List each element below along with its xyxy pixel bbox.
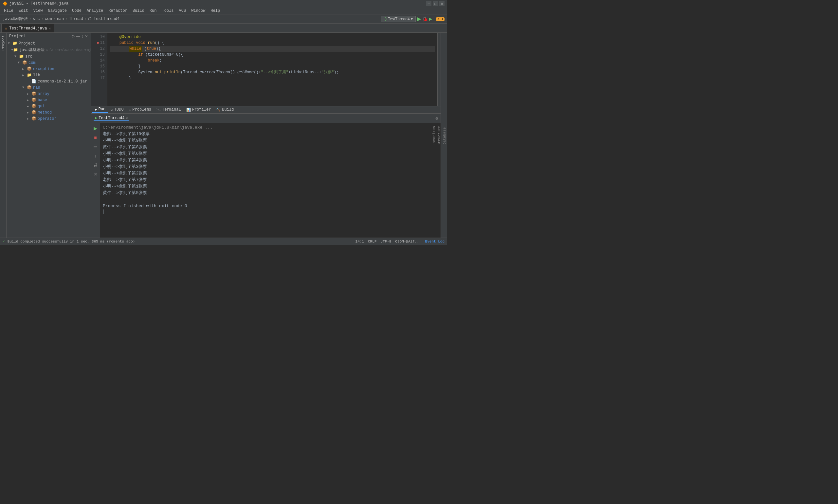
tab-todo[interactable]: ☑ TODO [108,107,126,112]
tab-problems[interactable]: ⚠ Problems [126,107,154,112]
menu-bar: FileEditViewNavigateCodeAnalyzeRefactorB… [0,7,447,14]
menu-item-edit[interactable]: Edit [16,8,31,14]
run-stop-btn[interactable]: ■ [93,133,98,141]
run-filter-btn[interactable]: ☰ [92,143,99,150]
code-text-area[interactable]: @Override public void run () { [107,33,437,106]
run-panel-tab-close[interactable]: ✕ [126,116,128,120]
project-icon[interactable]: Project [1,34,6,52]
tree-label-src: src [25,54,32,59]
tab-profiler[interactable]: 📊 Profiler [184,107,214,112]
breadcrumb-file[interactable]: ⬡ TestThread4 [88,16,120,21]
menu-item-view[interactable]: View [31,8,46,14]
tree-item-com[interactable]: ▼ 📦 com [6,59,91,66]
run-output-line-4: 小明-->拿到了第6张票 [103,150,438,157]
terminal-tab-icon: >_ [157,108,161,112]
breadcrumb-java[interactable]: java基础语法 [3,16,28,22]
run-output-line-10: 黄牛-->拿到了第5张票 [103,190,438,196]
close-button[interactable]: ✕ [439,1,445,6]
tab-terminal[interactable]: >_ Terminal [154,107,184,112]
line-num-14: 14 [91,58,105,64]
run-panel-settings-icon[interactable]: ⚙ [435,116,438,121]
run-panel: ▶ TestThread4 ✕ ⚙ ▶ ■ ☰ ↓ 🖨 ✕ [91,113,441,238]
profiler-tab-label: Profiler [192,107,211,112]
sidebar-close-btn[interactable]: ✕ [85,34,88,39]
coverage-button[interactable]: ▶ [429,17,432,21]
breadcrumb-thread[interactable]: Thread [69,17,83,21]
run-panel-header: ▶ TestThread4 ✕ ⚙ [91,114,441,123]
breakpoint-11[interactable] [97,42,99,44]
menu-item-run[interactable]: Run [147,8,159,14]
run-close-btn[interactable]: ✕ [92,170,99,178]
database-icon-label[interactable]: Database [442,125,447,147]
run-panel-tab-active[interactable]: ▶ TestThread4 ✕ [94,115,129,121]
breadcrumb-src[interactable]: src [33,17,40,21]
tree-item-commons[interactable]: 📄 commons-io-2.11.0.jar [6,78,91,85]
debug-button[interactable]: 🐞 [422,16,428,22]
menu-item-refactor[interactable]: Refactor [106,8,130,14]
breadcrumb-com[interactable]: com [45,17,52,21]
line-endings[interactable]: CRLF [368,239,376,244]
menu-item-navigate[interactable]: Navigate [45,8,69,14]
menu-item-help[interactable]: Help [208,8,222,14]
annotation-override: @Override [110,34,141,40]
tree-icon-method: 📦 [32,110,36,115]
tree-item-exception[interactable]: ▶ 📦 exception [6,66,91,72]
editor-scrollbar[interactable] [437,33,441,106]
run-restart-btn[interactable]: ▶ [92,124,99,132]
tree-item-project[interactable]: ▼ 📁 Project [6,40,91,47]
tree-item-src[interactable]: ▼ 📁 src [6,53,91,59]
encoding[interactable]: UTF-8 [380,239,391,244]
code-editor[interactable]: 10 11 12 13 14 15 [91,33,441,106]
tab-file-icon: ☕ [5,26,7,31]
run-config-button[interactable]: ⬡ TestThread4 ▾ [381,16,416,22]
run-scroll-end-btn[interactable]: ↓ [93,152,98,160]
title-bar-controls[interactable]: ─ □ ✕ [426,1,445,6]
code-line-10: @Override [110,34,435,40]
todo-tab-icon: ☑ [111,108,113,112]
menu-item-window[interactable]: Window [189,8,208,14]
tree-item-base[interactable]: ▶ 📦 base [6,97,91,103]
run-button[interactable]: ▶ [417,16,421,22]
tab-close-icon[interactable]: ✕ [49,26,51,31]
breadcrumb-nan[interactable]: nan [57,17,64,21]
menu-item-analyze[interactable]: Analyze [84,8,106,14]
line-12: 12 [100,46,105,52]
code-line-13: if (ticketNums<=0){ [110,52,435,58]
terminal-tab-label: Terminal [162,107,181,112]
left-sidebar-icons: Project [0,33,6,238]
run-panel-tab-label: TestThread4 [99,116,124,121]
maximize-button[interactable]: □ [433,1,438,6]
warning-indicator: ⚠ 1 [436,17,445,21]
editor-tab-active[interactable]: ☕ TestThread4.java ✕ [1,24,54,32]
menu-item-build[interactable]: Build [130,8,147,14]
tab-bar: ☕ TestThread4.java ✕ [0,23,447,33]
sidebar-collapse-btn[interactable]: — [76,34,80,39]
tree-label-project: Project [19,41,35,46]
sidebar-sort-btn[interactable]: ↕ [82,34,84,39]
tab-run[interactable]: ▶ Run [92,106,108,113]
run-print-btn[interactable]: 🖨 [92,161,99,169]
structure-icon-label[interactable]: Structure [437,123,442,148]
code-line-14: break ; [110,58,435,64]
tree-item-operator[interactable]: ▶ 📦 operator [6,115,91,122]
tab-label: TestThread4.java [9,26,47,31]
tree-item-java[interactable]: ▼ 📁 java基础语法 C:\Users\Nan\IdeaProject... [6,47,91,53]
tree-item-lib[interactable]: ▶ 📁 lib [6,72,91,78]
sidebar-settings-btn[interactable]: ⚙ [71,34,75,39]
event-log-link[interactable]: Event Log [425,239,445,244]
build-tab-label: Build [222,107,234,112]
cursor-position[interactable]: 14:1 [356,239,364,244]
tree-item-array[interactable]: ▶ 📦 array [6,91,91,97]
menu-item-vcs[interactable]: VCS [176,8,189,14]
menu-item-code[interactable]: Code [69,8,84,14]
tree-item-method[interactable]: ▶ 📦 method [6,109,91,115]
minimize-button[interactable]: ─ [426,1,431,6]
tree-icon-gui: 📦 [32,104,36,109]
tree-item-nan[interactable]: ▼ 📦 nan [6,85,91,91]
tab-build[interactable]: 🔨 Build [213,107,236,112]
favorites-icon-label[interactable]: Favorites [431,123,437,148]
menu-item-file[interactable]: File [1,8,16,14]
problems-tab-label: Problems [132,107,151,112]
menu-item-tools[interactable]: Tools [159,8,176,14]
tree-item-gui[interactable]: ▶ 📦 gui [6,103,91,109]
